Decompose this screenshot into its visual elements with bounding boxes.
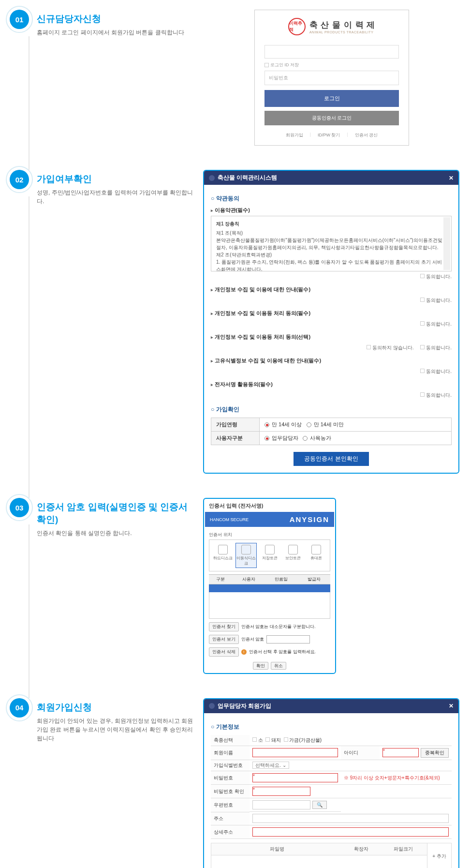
signup-link[interactable]: 회원가입 [284, 132, 305, 138]
terms-sub-uniqueid: 고유식별정보 수집 및 이용에 대한 안내(필수) [211, 357, 452, 364]
cert-note-select: 인증서 선택 후 암호를 입력하세요. [249, 649, 316, 655]
addr2-input[interactable] [252, 827, 449, 837]
scrollbar[interactable] [443, 217, 450, 270]
cert-login-button[interactable]: 공동인증서 로그인 [264, 111, 399, 125]
step-title-1: 신규담당자신청 [37, 13, 184, 25]
logo-title: 축 산 물 이 력 제 [309, 19, 376, 30]
cert-delete-button[interactable]: 인증서 삭제 [209, 647, 239, 657]
id-input[interactable]: * [382, 748, 419, 757]
cert-pw-input[interactable] [266, 635, 310, 644]
form-header-title: 업무담당자 회원가입 [218, 702, 271, 710]
form-section-basic: 기본정보 [211, 723, 452, 731]
terms-sub-usage: 이용약관(필수) [211, 207, 452, 214]
agree-checkbox-1[interactable] [420, 274, 425, 278]
zip-search-button[interactable]: 🔍 [312, 801, 327, 809]
terms-section-agree: 약관동의 [211, 195, 452, 203]
terms-section-confirm: 가입확인 [211, 405, 452, 414]
species-cow-checkbox[interactable] [252, 737, 257, 742]
terms-sub-privacy-optional: 개인정보 수집 및 이용등 처리 동의(선택) [211, 333, 452, 341]
zip-input[interactable] [252, 800, 310, 809]
addr-input[interactable] [252, 814, 449, 823]
cert-panel: 인증서 입력 (전자서명) HANCOM SECURE ANYSIGN 인증서 … [203, 498, 336, 674]
step-desc-4: 회원가입이 안되어 있는 경우, 회원개인정보 입력하시고 회원가입 완료 버튼… [37, 717, 193, 743]
agree-checkbox-5[interactable] [420, 369, 425, 373]
cert-confirm-button[interactable]: 공동인증서 본인확인 [294, 452, 368, 466]
cert-location-label: 인증서 위치 [209, 532, 330, 538]
cert-list-table: 구분사용자만료일발급자 [209, 574, 330, 592]
terms-header-title: 축산물 이력관리시스템 [218, 174, 277, 182]
save-id-label: 로그인 ID 저장 [270, 62, 299, 68]
step-title-4: 회원가입신청 [37, 701, 193, 714]
cert-pw-label: 인증서 암호 [241, 636, 264, 643]
cert-ok-button[interactable]: 확인 [253, 662, 268, 670]
save-id-checkbox[interactable] [264, 63, 269, 67]
file-add-button[interactable]: + 추가 [427, 843, 452, 868]
species-poultry-checkbox[interactable] [284, 737, 288, 742]
usertype-staff-radio[interactable] [264, 436, 269, 441]
find-idpw-link[interactable]: ID/PW 찾기 [316, 132, 342, 138]
terms-sub-esign: 전자서명 활용동의(필수) [211, 381, 452, 388]
login-id-input[interactable] [264, 45, 399, 59]
pw-input[interactable]: * [252, 773, 338, 782]
step-number-3: 03 [10, 498, 29, 517]
species-pig-checkbox[interactable] [265, 737, 270, 742]
logo-subtitle: ANIMAL PRODUCTS TRACEABILITY [309, 30, 376, 34]
agree-checkbox-4[interactable] [420, 345, 425, 349]
step-desc-3: 인증서 확인을 통해 실명인증 합니다. [37, 529, 193, 538]
cert-find-button[interactable]: 인증서 찾기 [209, 622, 239, 631]
cert-brand-right: ANYSIGN [290, 515, 329, 524]
loc-harddisk[interactable]: 하드디스크 [212, 543, 234, 568]
terms-sub-privacy-notice: 개인정보 수집 및 이용에 대한 안내(필수) [211, 286, 452, 293]
login-button[interactable]: 로그인 [264, 90, 399, 107]
loc-securetoken[interactable]: 보안토큰 [282, 543, 304, 568]
cert-note-case: 인증서 암호는 대소문자를 구분합니다. [241, 624, 316, 630]
terms-panel: 축산물 이력관리시스템✕ 약관동의 이용약관(필수) 제1 장총칙 제1 조(목… [203, 170, 459, 474]
step-number-1: 01 [10, 10, 29, 29]
pw-confirm-input[interactable]: * [252, 787, 310, 796]
loc-storedtoken[interactable]: 저장토큰 [259, 543, 280, 568]
warning-icon: ! [241, 649, 247, 655]
login-panel: 이력추적 축 산 물 이 력 제 ANIMAL PRODUCTS TRACEAB… [254, 10, 409, 146]
cert-renew-link[interactable]: 인증서 갱신 [353, 132, 380, 138]
terms-textarea[interactable]: 제1 장총칙 제1 조(목적) 본약관은축산물품질평가원(이하"품질평가원")이… [211, 216, 452, 271]
cert-brand-left: HANCOM SECURE [210, 517, 249, 522]
disagree-checkbox-4[interactable] [367, 345, 371, 349]
name-input[interactable] [252, 748, 338, 757]
age-label: 가입연령 [211, 418, 260, 432]
age-under14-radio[interactable] [307, 422, 311, 427]
step-desc-1: 홈페이지 로그인 페이지에서 회원가입 버튼을 클릭합니다 [37, 28, 184, 37]
loc-removable[interactable]: 이동식디스크 [235, 543, 257, 568]
agree-checkbox-3[interactable] [420, 321, 425, 326]
cert-cancel-button[interactable]: 취소 [271, 662, 286, 670]
duplicate-check-button[interactable]: 중복확인 [421, 748, 449, 758]
step-desc-2: 성명, 주민/법인/사업자번호를 입력하여 가입여부를 확인합니다. [37, 188, 193, 206]
usertype-label: 사용자구분 [211, 432, 260, 445]
close-icon[interactable]: ✕ [449, 175, 454, 181]
agree-checkbox-6[interactable] [420, 392, 425, 397]
cert-view-button[interactable]: 인증서 보기 [209, 635, 239, 644]
logo-icon: 이력추적 [288, 18, 306, 35]
step-number-2: 02 [10, 170, 29, 189]
step-title-2: 가입여부확인 [37, 173, 193, 185]
close-icon[interactable]: ✕ [449, 703, 454, 709]
step-title-3: 인증서 암호 입력(실명인증 및 인증서 확인) [37, 501, 193, 526]
file-drop-area[interactable]: 마우스로 파일을 끌어오세요 [211, 855, 427, 868]
agree-checkbox-2[interactable] [420, 298, 425, 302]
step-number-4: 04 [10, 698, 29, 718]
signup-form-panel: 업무담당자 회원가입✕ 기본정보 축종선택 소 돼지 가금(가금산물) 회원이름… [203, 698, 459, 868]
terms-sub-privacy-required: 개인정보 수집 및 이용등 처리 동의(필수) [211, 310, 452, 317]
age-over14-radio[interactable] [264, 422, 269, 427]
cert-list-row[interactable] [209, 584, 330, 592]
cert-title: 인증서 입력 (전자서명) [205, 500, 334, 512]
login-pw-input[interactable]: 비밀번호 [264, 71, 399, 85]
loc-mobile[interactable]: 휴대폰 [306, 543, 327, 568]
regno-select[interactable]: 선택하세요. ⌄ [252, 762, 289, 769]
pw-hint: ※ 9자리 이상 숫자+영문자+특수기호(&제외) [341, 771, 452, 785]
usertype-farmer-radio[interactable] [303, 436, 308, 441]
